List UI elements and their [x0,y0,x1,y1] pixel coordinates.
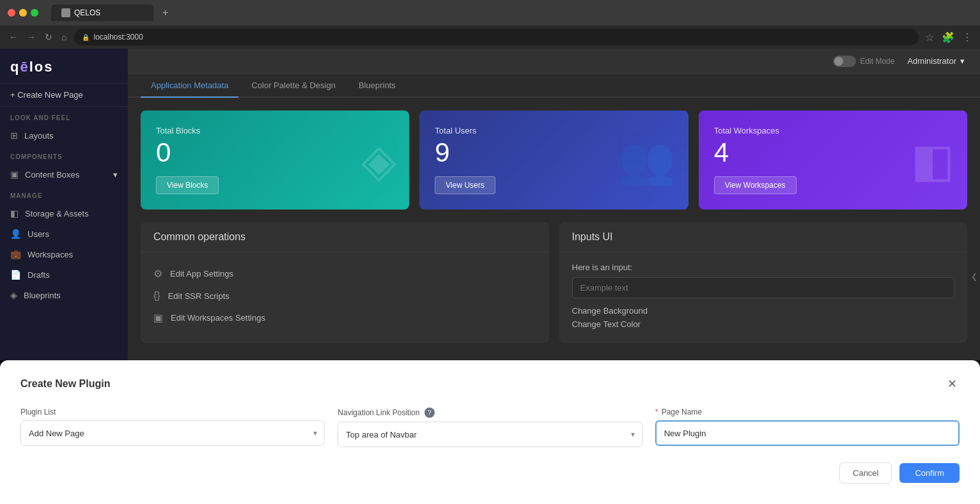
logo-text: qēlos [10,59,118,75]
storage-icon: ◧ [10,208,19,218]
sidebar-item-label: Layouts [24,131,54,141]
sidebar-item-label: Content Boxes [25,170,79,179]
field-label-nav-position: Navigation Link Position ? [338,408,642,418]
tab-title: QELOS [74,8,100,17]
sidebar-item-label: Drafts [27,270,50,280]
tab-favicon [61,8,70,17]
operations-panel-body: ⚙ Edit App Settings {} Edit SSR Scripts … [141,252,549,339]
chevron-down-icon: ▾ [113,170,118,179]
stat-card-workspaces: Total Workspaces 4 View Workspaces ◧ [699,111,967,210]
sidebar-collapse-arrow[interactable]: ❮ [968,267,980,286]
edit-mode-label: Edit Mode [860,57,894,66]
op-edit-workspaces-settings[interactable]: ▣ Edit Workspaces Settings [153,307,536,329]
field-page-name: * Page Name [655,408,960,447]
admin-label: Administrator [907,56,956,66]
workspaces-icon: 💼 [10,249,21,259]
sidebar-item-storage[interactable]: ◧ Storage & Assets [0,203,128,224]
admin-chevron-icon: ▾ [960,56,965,66]
modal-fields: Plugin List Add New Page Navigation Link… [20,408,960,447]
minimize-window-button[interactable] [19,9,27,17]
modal-sheet: Create New Plugin ✕ Plugin List Add New … [0,360,980,504]
sidebar-item-content-boxes[interactable]: ▣ Content Boxes ▾ [0,164,128,185]
view-users-button[interactable]: View Users [435,176,495,194]
help-icon[interactable]: ? [424,408,435,418]
op-edit-ssr-scripts[interactable]: {} Edit SSR Scripts [153,285,536,307]
sidebar-item-layouts[interactable]: ⊞ Layouts [0,125,128,146]
blocks-bg-icon: ◈ [361,134,396,187]
tab-color-palette[interactable]: Color Palette & Design [241,74,346,98]
toggle-switch[interactable] [833,56,856,67]
code-icon: {} [153,290,160,302]
plugin-list-select-wrapper: Add New Page [20,420,325,446]
traffic-lights [8,9,38,17]
nav-forward-button[interactable]: → [26,31,37,43]
sidebar-item-drafts[interactable]: 📄 Drafts [0,264,128,285]
edit-mode-toggle[interactable]: Edit Mode [833,56,894,67]
stat-label-blocks: Total Blocks [156,126,394,135]
top-bar: Edit Mode Administrator ▾ [128,49,980,74]
stat-card-users: Total Users 9 View Users 👥 [419,111,688,210]
maximize-window-button[interactable] [31,9,38,17]
sidebar-item-workspaces[interactable]: 💼 Workspaces [0,244,128,264]
input-label: Here is an input: [572,263,955,272]
change-text-color-link[interactable]: Change Text Color [572,319,955,329]
nav-position-select[interactable]: Top area of Navbar Bottom area of Navbar [338,422,642,447]
sidebar-item-users[interactable]: 👤 Users [0,224,128,244]
workspaces-bg-icon: ◧ [911,134,954,187]
field-label-plugin-list: Plugin List [20,408,325,416]
drafts-icon: 📄 [10,270,21,280]
inputs-panel: Inputs UI Here is an input: Change Backg… [559,222,968,343]
op-edit-app-settings[interactable]: ⚙ Edit App Settings [153,263,536,285]
tab-blueprints[interactable]: Blueprints [348,74,406,98]
section-manage: MANAGE [0,185,128,203]
new-tab-button[interactable]: + [159,6,172,20]
plugin-list-select[interactable]: Add New Page [20,420,325,446]
menu-icon[interactable]: ⋮ [962,31,972,43]
admin-menu-button[interactable]: Administrator ▾ [902,54,970,68]
address-bar[interactable]: 🔒 localhost:3000 [74,29,919,45]
nav-refresh-button[interactable]: ↻ [43,31,54,43]
users-bg-icon: 👥 [618,133,676,187]
page-name-input[interactable] [655,420,960,446]
sidebar-item-label: Users [27,229,49,239]
field-nav-position: Navigation Link Position ? Top area of N… [338,408,642,447]
stats-row: Total Blocks 0 View Blocks ◈ Total Users… [141,111,967,210]
modal-close-button[interactable]: ✕ [945,376,960,392]
panels-row: Common operations ⚙ Edit App Settings {}… [141,222,967,343]
tab-application-metadata[interactable]: Application Metadata [141,74,238,98]
tabs-bar: Application Metadata Color Palette & Des… [128,74,980,98]
section-components: COMPONENTS [0,146,128,164]
create-new-page-button[interactable]: + Create New Page [0,84,128,107]
browser-chrome: QELOS + [0,0,980,26]
example-input[interactable] [572,277,955,298]
content-boxes-icon: ▣ [10,169,19,179]
blueprints-icon: ◈ [10,290,17,300]
address-text: localhost:3000 [93,33,143,42]
sidebar-item-label: Storage & Assets [25,209,89,218]
field-plugin-list: Plugin List Add New Page [20,408,325,447]
close-window-button[interactable] [8,9,15,17]
view-workspaces-button[interactable]: View Workspaces [714,176,797,194]
modal-footer: Cancel Confirm [20,462,960,484]
star-icon[interactable]: ☆ [925,31,934,43]
section-look-and-feel: LOOK AND FEEL [0,107,128,125]
modal-header: Create New Plugin ✕ [20,376,960,392]
layouts-icon: ⊞ [10,130,18,141]
nav-position-select-wrapper: Top area of Navbar Bottom area of Navbar [338,422,642,447]
cancel-button[interactable]: Cancel [839,462,892,484]
users-icon: 👤 [10,229,21,239]
sidebar-item-blueprints[interactable]: ◈ Blueprints [0,285,128,305]
field-label-page-name: * Page Name [655,408,960,416]
active-tab[interactable]: QELOS [51,4,153,21]
extensions-icon[interactable]: 🧩 [942,31,954,43]
operations-panel: Common operations ⚙ Edit App Settings {}… [141,222,549,343]
stat-value-blocks: 0 [156,139,394,166]
modal-overlay: Create New Plugin ✕ Plugin List Add New … [0,360,980,504]
lock-icon: 🔒 [82,34,89,41]
nav-home-button[interactable]: ⌂ [60,31,68,43]
change-background-link[interactable]: Change Background [572,306,955,316]
view-blocks-button[interactable]: View Blocks [156,176,219,194]
confirm-button[interactable]: Confirm [899,463,960,483]
modal-title: Create New Plugin [20,378,110,390]
nav-back-button[interactable]: ← [8,31,19,43]
